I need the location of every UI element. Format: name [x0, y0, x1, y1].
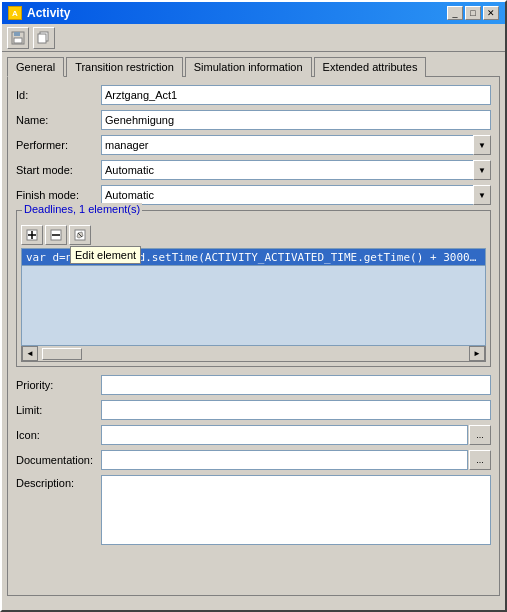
start-mode-select[interactable]: Automatic — [101, 160, 491, 180]
svg-rect-4 — [38, 34, 46, 43]
documentation-browse-button[interactable]: ... — [469, 450, 491, 470]
svg-rect-1 — [14, 32, 20, 36]
window-icon: A — [8, 6, 22, 20]
toolbar — [2, 24, 505, 52]
icon-browse-button[interactable]: ... — [469, 425, 491, 445]
documentation-label: Documentation: — [16, 454, 101, 466]
limit-label: Limit: — [16, 404, 101, 416]
name-row: Name: — [16, 110, 491, 130]
name-input[interactable] — [101, 110, 491, 130]
minimize-button[interactable]: _ — [447, 6, 463, 20]
name-label: Name: — [16, 114, 101, 126]
priority-row: Priority: — [16, 375, 491, 395]
documentation-input[interactable] — [101, 450, 468, 470]
tab-simulation-information[interactable]: Simulation information — [185, 57, 312, 77]
finish-mode-label: Finish mode: — [16, 189, 101, 201]
tabs-bar: General Transition restriction Simulatio… — [2, 52, 505, 76]
performer-label: Performer: — [16, 139, 101, 151]
save-icon — [11, 31, 25, 45]
deadlines-title: Deadlines, 1 element(s) — [22, 203, 142, 215]
horizontal-scrollbar[interactable]: ◄ ► — [21, 346, 486, 362]
priority-input[interactable] — [101, 375, 491, 395]
remove-deadline-button[interactable] — [45, 225, 67, 245]
copy-icon — [37, 31, 51, 45]
tab-extended-attributes[interactable]: Extended attributes — [314, 57, 427, 77]
scroll-left-arrow[interactable]: ◄ — [22, 346, 38, 361]
code-display-area: var d=new Date();d.setTime(ACTIVITY_ACTI… — [21, 248, 486, 266]
remove-icon — [50, 229, 62, 241]
bottom-section: Priority: Limit: Icon: ... Documentation… — [16, 375, 491, 545]
scroll-right-arrow[interactable]: ► — [469, 346, 485, 361]
tab-transition-restriction[interactable]: Transition restriction — [66, 57, 183, 77]
id-row: Id: — [16, 85, 491, 105]
description-textarea[interactable] — [101, 475, 491, 545]
edit-deadline-button[interactable]: Edit element — [69, 225, 91, 245]
performer-row: Performer: manager ▼ — [16, 135, 491, 155]
tab-content-general: Id: Name: Performer: manager ▼ Start mod… — [7, 76, 500, 596]
title-buttons: _ □ ✕ — [447, 6, 499, 20]
activity-window: A Activity _ □ ✕ General Transiti — [0, 0, 507, 612]
code-line: var d=new Date();d.setTime(ACTIVITY_ACTI… — [22, 249, 485, 266]
scrollbar-thumb[interactable] — [42, 348, 82, 360]
deadlines-group: Deadlines, 1 element(s) — [16, 210, 491, 367]
add-deadline-button[interactable] — [21, 225, 43, 245]
title-bar-left: A Activity — [8, 6, 70, 20]
tab-general[interactable]: General — [7, 57, 64, 77]
id-label: Id: — [16, 89, 101, 101]
edit-icon — [74, 229, 86, 241]
start-mode-row: Start mode: Automatic ▼ — [16, 160, 491, 180]
title-bar: A Activity _ □ ✕ — [2, 2, 505, 24]
save-button[interactable] — [7, 27, 29, 49]
description-row: Description: — [16, 475, 491, 545]
scrollbar-track — [38, 346, 469, 361]
limit-input[interactable] — [101, 400, 491, 420]
svg-rect-2 — [14, 38, 22, 43]
description-label: Description: — [16, 475, 101, 489]
finish-mode-row: Finish mode: Automatic ▼ — [16, 185, 491, 205]
priority-label: Priority: — [16, 379, 101, 391]
icon-input[interactable] — [101, 425, 468, 445]
performer-select[interactable]: manager — [101, 135, 491, 155]
deadlines-btn-row: Edit element — [21, 225, 486, 245]
add-icon — [26, 229, 38, 241]
close-button[interactable]: ✕ — [483, 6, 499, 20]
limit-row: Limit: — [16, 400, 491, 420]
maximize-button[interactable]: □ — [465, 6, 481, 20]
icon-row: Icon: ... — [16, 425, 491, 445]
icon-input-group: ... — [101, 425, 491, 445]
start-mode-label: Start mode: — [16, 164, 101, 176]
finish-mode-select[interactable]: Automatic — [101, 185, 491, 205]
window-title: Activity — [27, 6, 70, 20]
documentation-input-group: ... — [101, 450, 491, 470]
copy-button[interactable] — [33, 27, 55, 49]
code-empty-area — [21, 266, 486, 346]
id-input[interactable] — [101, 85, 491, 105]
documentation-row: Documentation: ... — [16, 450, 491, 470]
icon-label: Icon: — [16, 429, 101, 441]
